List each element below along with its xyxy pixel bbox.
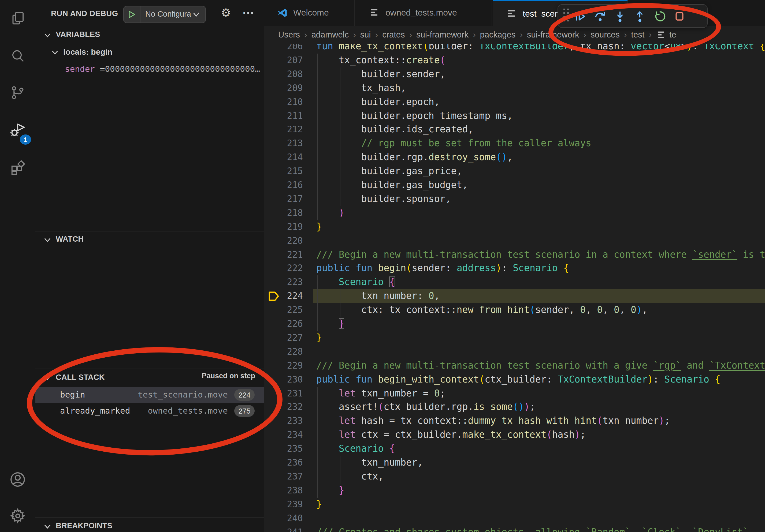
call-stack-section-header[interactable]: CALL STACK Paused on step xyxy=(35,372,264,386)
code-line[interactable]: 217 builder.sponsor, xyxy=(264,192,765,206)
breadcrumb-item[interactable]: adamwelc xyxy=(312,30,349,40)
source-control-icon[interactable] xyxy=(0,77,35,108)
line-number[interactable]: 221 xyxy=(264,248,303,262)
code-line[interactable]: 238 } xyxy=(264,484,765,498)
code-line[interactable]: 226 } xyxy=(264,317,765,331)
code-line[interactable]: 241/// Creates and shares system objects… xyxy=(264,525,765,532)
tab-owned_tests.move[interactable]: owned_tests.move xyxy=(356,0,492,26)
code-line[interactable]: 220 xyxy=(264,234,765,248)
start-debug-icon[interactable] xyxy=(128,10,136,19)
views-more-actions-icon[interactable]: ⋯ xyxy=(242,7,254,19)
line-number[interactable]: 225 xyxy=(264,303,303,317)
code-line[interactable]: 233 let hash = tx_context::dummy_tx_hash… xyxy=(264,414,765,428)
line-number[interactable]: 241 xyxy=(264,525,303,532)
search-icon[interactable] xyxy=(0,41,35,72)
line-number[interactable]: 227 xyxy=(264,331,303,345)
line-number[interactable]: 240 xyxy=(264,511,303,525)
code-line[interactable]: 206fun make_tx_context(builder: TxContex… xyxy=(264,44,765,54)
line-number[interactable]: 206 xyxy=(264,44,303,54)
step-over-button[interactable] xyxy=(590,6,610,26)
line-number[interactable]: 238 xyxy=(264,484,303,498)
line-number[interactable]: 239 xyxy=(264,497,303,511)
chevron-down-icon[interactable] xyxy=(193,12,200,18)
account-icon[interactable] xyxy=(0,464,35,495)
breadcrumb-item[interactable]: sui xyxy=(360,30,371,40)
code-line[interactable]: 221/// Begin a new multi-transaction tes… xyxy=(264,248,765,262)
code-line[interactable]: 218 ) xyxy=(264,206,765,220)
line-number[interactable]: 236 xyxy=(264,456,303,470)
code-line[interactable]: 222public fun begin(sender: address): Sc… xyxy=(264,262,765,276)
line-number[interactable]: 217 xyxy=(264,192,303,206)
code-line[interactable]: 216 builder.gas_budget, xyxy=(264,178,765,192)
line-number[interactable]: 233 xyxy=(264,414,303,428)
breadcrumb-file[interactable]: te xyxy=(656,30,676,40)
debug-config-label[interactable]: No Configura xyxy=(145,10,191,18)
code-line[interactable]: 228 xyxy=(264,345,765,359)
code-line[interactable]: 213 // rgp must be set from the caller a… xyxy=(264,137,765,151)
line-number[interactable]: 235 xyxy=(264,442,303,456)
code-line[interactable]: 239} xyxy=(264,497,765,511)
breadcrumb-item[interactable]: sources xyxy=(590,30,620,40)
code-line[interactable]: 219} xyxy=(264,220,765,234)
explorer-icon[interactable] xyxy=(0,3,35,34)
breadcrumb-item[interactable]: Users xyxy=(278,30,300,40)
code-line[interactable]: 210 builder.epoch, xyxy=(264,95,765,109)
call-stack-frame-already_marked[interactable]: already_markedowned_tests.move275 xyxy=(35,403,264,419)
line-number[interactable]: 210 xyxy=(264,95,303,109)
code-line[interactable]: 235 Scenario { xyxy=(264,442,765,456)
breadcrumb-item[interactable]: packages xyxy=(480,30,516,40)
variable-row-sender[interactable]: sender =000000000000000000000000000000… xyxy=(65,64,260,74)
code-line[interactable]: 240 xyxy=(264,511,765,525)
variables-scope-row[interactable]: locals: begin xyxy=(35,46,264,60)
run-debug-icon[interactable]: 1 xyxy=(0,115,35,146)
line-number[interactable]: 231 xyxy=(264,387,303,400)
line-number[interactable]: 213 xyxy=(264,137,303,151)
breadcrumb-item[interactable]: sui-framework xyxy=(527,30,579,40)
code-line[interactable]: 212 builder.ids_created, xyxy=(264,123,765,137)
code-line[interactable]: 207 tx_context::create( xyxy=(264,54,765,68)
breadcrumb[interactable]: Users›adamwelc›sui›crates›sui-framework›… xyxy=(264,26,765,44)
line-number[interactable]: 226 xyxy=(264,317,303,331)
step-into-button[interactable] xyxy=(610,6,630,26)
code-line[interactable]: 214 builder.rgp.destroy_some(), xyxy=(264,150,765,164)
line-number[interactable]: 230 xyxy=(264,373,303,387)
code-line[interactable]: 237 ctx, xyxy=(264,470,765,484)
line-number[interactable]: 218 xyxy=(264,206,303,220)
line-number[interactable]: 215 xyxy=(264,164,303,178)
extensions-icon[interactable] xyxy=(0,151,35,183)
line-number[interactable]: 223 xyxy=(264,276,303,290)
line-number[interactable]: 209 xyxy=(264,81,303,95)
line-number[interactable]: 220 xyxy=(264,234,303,248)
breadcrumb-item[interactable]: test xyxy=(631,30,644,40)
line-number[interactable]: 234 xyxy=(264,428,303,442)
line-number[interactable]: 212 xyxy=(264,123,303,137)
call-stack-frame-begin[interactable]: begintest_scenario.move224 xyxy=(35,387,264,403)
variables-section-header[interactable]: VARIABLES xyxy=(35,29,264,43)
watch-section-header[interactable]: WATCH xyxy=(35,234,264,247)
line-number[interactable]: 207 xyxy=(264,54,303,68)
debug-settings-gear-icon[interactable]: ⚙ xyxy=(221,7,231,18)
line-number[interactable]: 216 xyxy=(264,178,303,192)
code-line[interactable]: 231 let txn_number = 0; xyxy=(264,387,765,400)
code-line[interactable]: 230public fun begin_with_context(ctx_bui… xyxy=(264,373,765,387)
code-line[interactable]: 229/// Begin a new multi-transaction tes… xyxy=(264,359,765,373)
step-out-button[interactable] xyxy=(630,6,650,26)
start-debug-dropdown[interactable]: No Configura xyxy=(123,6,206,23)
line-number[interactable]: 214 xyxy=(264,150,303,164)
code-line[interactable]: 215 builder.gas_price, xyxy=(264,164,765,178)
line-number[interactable]: 229 xyxy=(264,359,303,373)
line-number[interactable]: 232 xyxy=(264,400,303,414)
code-line[interactable]: 234 let ctx = ctx_builder.make_tx_contex… xyxy=(264,428,765,442)
line-number[interactable]: 222 xyxy=(264,262,303,276)
code-line[interactable]: 224 txn_number: 0, xyxy=(264,289,765,303)
code-line[interactable]: 223 Scenario { xyxy=(264,276,765,290)
line-number[interactable]: 208 xyxy=(264,68,303,82)
code-editor[interactable]: 206fun make_tx_context(builder: TxContex… xyxy=(264,44,765,532)
code-line[interactable]: 227} xyxy=(264,331,765,345)
line-number[interactable]: 228 xyxy=(264,345,303,359)
code-line[interactable]: 208 builder.sender, xyxy=(264,68,765,82)
tab-Welcome[interactable]: Welcome xyxy=(264,0,355,26)
line-number[interactable]: 219 xyxy=(264,220,303,234)
restart-button[interactable] xyxy=(650,6,670,26)
code-line[interactable]: 211 builder.epoch_timestamp_ms, xyxy=(264,109,765,123)
